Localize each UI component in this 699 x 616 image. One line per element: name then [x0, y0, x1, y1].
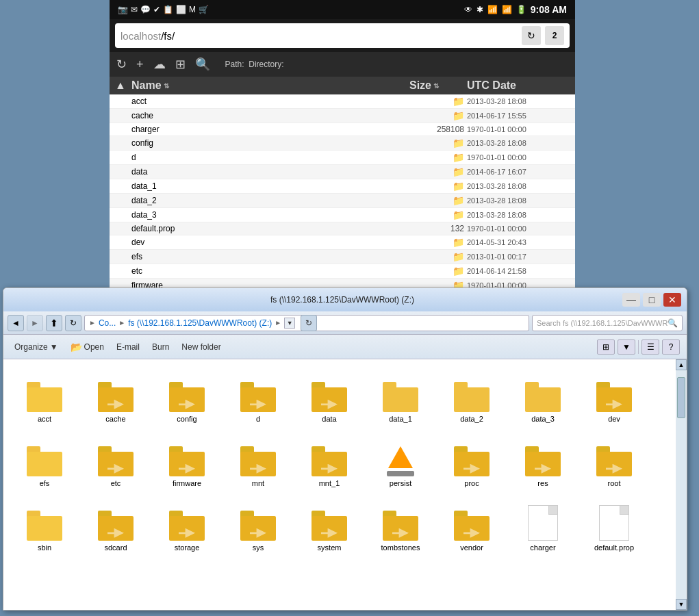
- grid-item[interactable]: data_3: [509, 366, 577, 428]
- burn-button[interactable]: Burn: [148, 340, 173, 354]
- grid-item[interactable]: acct: [10, 366, 79, 428]
- file-row[interactable]: data_1 📁 2013-03-28 18:08: [110, 179, 575, 194]
- file-row[interactable]: data_3 📁 2013-03-28 18:08: [110, 208, 575, 222]
- scroll-down-btn[interactable]: ▼: [676, 599, 687, 610]
- grid-item[interactable]: root: [580, 431, 648, 492]
- file-row[interactable]: d 📁 1970-01-01 00:00: [110, 151, 575, 165]
- grid-item[interactable]: dev: [580, 366, 648, 428]
- breadcrumb-bar: ► Co... ► fs (\\192.168.1.125\DavWWWRoot…: [84, 315, 529, 331]
- grid-item-label: tombstones: [381, 543, 420, 552]
- date-col-header[interactable]: UTC Date: [467, 79, 570, 92]
- grid-item[interactable]: system: [295, 495, 364, 556]
- refresh-nav-button[interactable]: ↻: [65, 315, 81, 331]
- breadcrumb-co[interactable]: Co...: [99, 318, 116, 328]
- file-name: default.prop: [131, 224, 407, 233]
- status-bar: 📷 ✉ 💬 ✔ 📋 ⬜ M 🛒 👁 ✱ 📶 📶 🔋 9:08 AM: [110, 0, 575, 19]
- back-button[interactable]: ◄: [8, 315, 24, 331]
- bluetooth-icon: ✱: [476, 5, 483, 14]
- grid-item[interactable]: cache: [81, 366, 150, 428]
- file-date: 2013-03-28 18:08: [467, 196, 570, 205]
- view-dropdown[interactable]: ▼: [618, 339, 635, 355]
- email-button[interactable]: E-mail: [112, 340, 144, 354]
- android-reload-btn[interactable]: ↻: [522, 26, 541, 45]
- grid-item[interactable]: config: [153, 366, 221, 428]
- grid-item[interactable]: persist: [366, 431, 435, 492]
- file-row[interactable]: default.prop 132 1970-01-01 00:00: [110, 222, 575, 235]
- file-name: etc: [131, 266, 407, 276]
- sort-icon[interactable]: ▲: [115, 79, 129, 92]
- name-col-header[interactable]: Name ⇅: [131, 79, 407, 92]
- up-button[interactable]: ⬆: [46, 315, 62, 331]
- grid-item[interactable]: sys: [224, 495, 292, 556]
- scroll-thumb[interactable]: [677, 377, 685, 418]
- scroll-track[interactable]: [676, 370, 686, 599]
- open-button[interactable]: 📂 Open: [66, 339, 108, 355]
- grid-item[interactable]: proc: [437, 431, 506, 492]
- grid-item[interactable]: vendor: [437, 495, 506, 556]
- grid-item[interactable]: sdcard: [81, 495, 150, 556]
- grid-item[interactable]: data_1: [366, 366, 435, 428]
- grid-item[interactable]: mnt_1: [295, 431, 364, 492]
- grid-item[interactable]: efs: [10, 431, 79, 492]
- file-row[interactable]: efs 📁 2013-01-01 00:17: [110, 250, 575, 264]
- close-button[interactable]: ✕: [663, 293, 681, 307]
- file-size: 📁: [409, 181, 464, 192]
- cloud-btn[interactable]: ☁: [153, 57, 166, 72]
- file-size: 📁: [409, 166, 464, 177]
- grid-item[interactable]: res: [509, 431, 577, 492]
- file-date: 1970-01-01 00:00: [467, 153, 570, 162]
- grid-item-label: default.prop: [594, 543, 634, 552]
- grid-item[interactable]: storage: [153, 495, 221, 556]
- grid-item[interactable]: tombstones: [366, 495, 435, 556]
- new-btn[interactable]: +: [136, 57, 144, 72]
- refresh-btn[interactable]: ↻: [116, 57, 127, 72]
- folder-open-icon: [27, 382, 62, 412]
- search-icon[interactable]: 🔍: [668, 318, 678, 328]
- grid-item[interactable]: charger: [509, 495, 577, 556]
- search-bar[interactable]: Search fs (\\192.168.1.125\DavWWWRoot) (…: [532, 315, 683, 331]
- folder-arrow-icon: [596, 446, 632, 476]
- scroll-up-btn[interactable]: ▲: [676, 359, 687, 370]
- window-title: fs (\\192.168.1.125\DavWWWRoot) (Z:): [62, 295, 622, 305]
- file-row[interactable]: acct 📁 2013-03-28 18:08: [110, 94, 575, 109]
- file-row[interactable]: data 📁 2014-06-17 16:07: [110, 165, 575, 179]
- view-icon-grid[interactable]: ⊞: [597, 339, 615, 355]
- file-row[interactable]: cache 📁 2014-06-17 15:55: [110, 109, 575, 123]
- grid-item[interactable]: etc: [81, 431, 150, 492]
- folder-icon: 📁: [453, 110, 464, 121]
- grid-btn[interactable]: ⊞: [175, 57, 186, 72]
- grid-item[interactable]: default.prop: [580, 495, 648, 556]
- grid-item[interactable]: data_2: [437, 366, 506, 428]
- file-row[interactable]: dev 📁 2014-05-31 20:43: [110, 235, 575, 250]
- help-btn[interactable]: ?: [662, 339, 680, 355]
- android-tab-btn[interactable]: 2: [545, 26, 564, 45]
- organize-button[interactable]: Organize ▼: [10, 340, 62, 354]
- file-row[interactable]: data_2 📁 2013-03-28 18:08: [110, 194, 575, 208]
- breadcrumb-fs[interactable]: fs (\\192.168.1.125\DavWWWRoot) (Z:): [128, 318, 272, 328]
- file-row[interactable]: charger 258108 1970-01-01 00:00: [110, 123, 575, 136]
- grid-item-label: storage: [175, 543, 200, 552]
- forward-button[interactable]: ►: [27, 315, 43, 331]
- minimize-button[interactable]: —: [622, 293, 640, 307]
- grid-item[interactable]: data: [295, 366, 364, 428]
- size-col-header[interactable]: Size ⇅: [409, 79, 464, 92]
- search-btn[interactable]: 🔍: [195, 57, 210, 72]
- grid-item[interactable]: sbin: [10, 495, 79, 556]
- refresh-btn-2[interactable]: ↻: [301, 315, 317, 331]
- grid-item[interactable]: mnt: [224, 431, 292, 492]
- breadcrumb-dropdown[interactable]: ▼: [284, 318, 295, 329]
- toolbar-separator: [638, 340, 639, 354]
- grid-item[interactable]: firmware: [153, 431, 221, 492]
- folder-arrow-icon: [169, 382, 205, 412]
- maximize-button[interactable]: □: [643, 293, 661, 307]
- file-row[interactable]: etc 📁 2014-06-14 21:58: [110, 264, 575, 279]
- grid-item[interactable]: d: [224, 366, 292, 428]
- vertical-scrollbar[interactable]: ▲ ▼: [676, 359, 687, 610]
- folder-arrow-icon: [312, 511, 347, 541]
- preview-pane-btn[interactable]: ☰: [641, 339, 659, 355]
- grid-item-label: mnt_1: [319, 479, 340, 488]
- new-folder-button[interactable]: New folder: [177, 340, 225, 354]
- content-area: acct cache config d data data_1: [3, 359, 687, 610]
- file-row[interactable]: config 📁 2013-03-28 18:08: [110, 136, 575, 151]
- folder-body: [383, 387, 418, 412]
